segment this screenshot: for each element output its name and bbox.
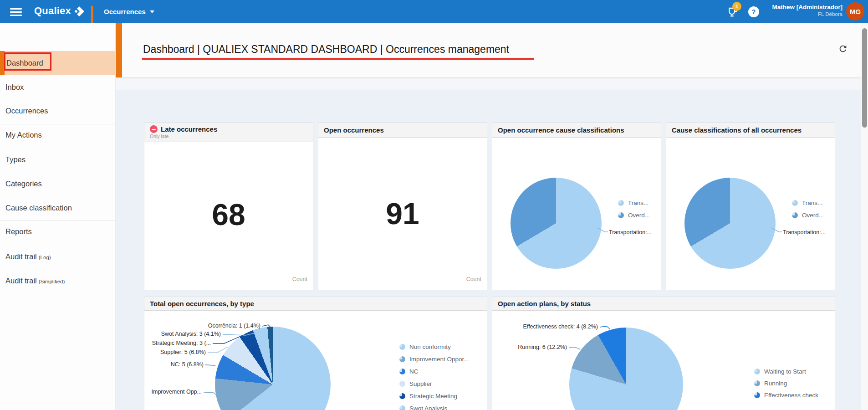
- card-title: Cause classifications of all occurrences: [672, 126, 802, 134]
- sidebar-divider: [0, 220, 115, 221]
- legend-item[interactable]: Non conformity: [399, 341, 469, 353]
- card-open-cause-classifications: Open occurrence cause classifications Tr…: [492, 122, 661, 290]
- module-selector[interactable]: Occurrences: [101, 7, 157, 16]
- metric-value: 68: [212, 197, 245, 232]
- legend-item[interactable]: Strategic Meeting: [399, 390, 469, 402]
- legend-label: Overd...: [802, 212, 824, 219]
- annotation-underline: [142, 58, 534, 60]
- vertical-scrollbar[interactable]: [861, 23, 868, 410]
- brand-logo: Qualiex: [34, 5, 85, 17]
- card-all-cause-classifications: Cause classifications of all occurrences…: [666, 122, 835, 290]
- chart-legend: Waiting to Start Running Effectiveness c…: [754, 365, 818, 401]
- pie-all-cause[interactable]: [684, 178, 776, 269]
- module-label: Occurrences: [104, 8, 146, 15]
- legend-item[interactable]: Overd...: [792, 209, 824, 221]
- sidebar-item-categories[interactable]: Categories: [0, 178, 115, 189]
- sidebar-item-cause-classification[interactable]: Cause classification: [0, 202, 115, 213]
- slice-callout: Effectiveness check: 4 (8.2%): [523, 323, 598, 330]
- card-open-occurrences-by-type: Total open occurrences, by type Ocorrênc…: [144, 297, 487, 410]
- legend-item[interactable]: Effectiveness check: [754, 389, 818, 401]
- card-title: Open occurrence cause classifications: [498, 126, 624, 134]
- pie-chart: Trans... Overd... Transportation:...: [666, 137, 835, 290]
- legend-pie-icon: [399, 344, 405, 350]
- legend-label: Effectiveness check: [764, 392, 818, 399]
- sidebar-item-reports[interactable]: Reports: [0, 226, 115, 237]
- unit-label: Count: [466, 276, 481, 282]
- sidebar-item-label: Dashboard: [6, 59, 43, 67]
- legend-label: Trans...: [802, 200, 822, 206]
- card-open-action-plans: Open action plans, by status Effectivene…: [492, 297, 835, 410]
- sidebar-item-label: Cause classification: [5, 204, 72, 212]
- legend-item[interactable]: Supplier: [399, 378, 469, 390]
- sidebar-item-dashboard[interactable]: Dashboard: [0, 51, 115, 75]
- legend-pie-icon: [618, 212, 624, 218]
- sidebar-item-suffix: (Log): [39, 255, 51, 260]
- legend-pie-icon: [754, 380, 760, 386]
- slice-callout: Improvement Opp...: [152, 389, 202, 395]
- pie-by-type[interactable]: [215, 327, 331, 410]
- help-button[interactable]: ?: [748, 6, 759, 17]
- pie-chart: Ocorrência: 1 (1.4%) Swot Analysis: 3 (4…: [144, 297, 487, 410]
- chevron-down-icon: [150, 10, 154, 13]
- chart-legend: Trans... Overd...: [792, 197, 824, 221]
- app-header: Qualiex Occurrences 1 ? Mathew [Adminis: [0, 0, 868, 23]
- refresh-button[interactable]: [836, 42, 850, 56]
- legend-item[interactable]: NC: [399, 365, 469, 378]
- user-context: FL Débora: [772, 11, 842, 17]
- notifications-button[interactable]: 1: [725, 5, 740, 20]
- header-accent-divider: [91, 6, 93, 23]
- card-title: Late occurrences: [161, 125, 217, 133]
- app-screen: Qualiex Occurrences 1 ? Mathew [Adminis: [0, 0, 868, 410]
- avatar-initials: MG: [850, 8, 861, 15]
- sidebar-item-audit-trail-simplified[interactable]: Audit trail (Simplified): [0, 275, 115, 286]
- sidebar-item-label: Reports: [5, 227, 32, 236]
- notification-badge: 1: [732, 2, 741, 11]
- pie-action-plans[interactable]: [569, 328, 683, 410]
- card-header: Cause classifications of all occurrences: [666, 123, 835, 138]
- sidebar-item-types[interactable]: Types: [0, 154, 115, 165]
- sidebar-item-my-actions[interactable]: My Actions: [0, 129, 115, 140]
- hamburger-icon: [10, 8, 22, 10]
- slice-callout: Running: 6 (12.2%): [518, 344, 567, 350]
- legend-item[interactable]: Trans...: [792, 197, 824, 209]
- sidebar-item-label: Audit trail: [5, 252, 37, 261]
- sidebar-item-audit-trail-log[interactable]: Audit trail (Log): [0, 251, 115, 262]
- legend-pie-icon: [399, 393, 405, 399]
- legend-item[interactable]: Trans...: [618, 197, 650, 209]
- sidebar-item-label: Types: [5, 155, 26, 164]
- active-item-accent-bar: [0, 51, 5, 75]
- legend-pie-icon: [618, 200, 624, 206]
- slice-callout: Transportation:...: [609, 229, 652, 236]
- sidebar-item-label: My Actions: [5, 131, 42, 139]
- legend-item[interactable]: Running: [754, 377, 818, 389]
- card-late-occurrences: Late occurrences Only late 68 Count: [144, 122, 313, 290]
- legend-item[interactable]: Overd...: [618, 209, 650, 221]
- sidebar-item-occurrences[interactable]: Occurrences: [0, 105, 115, 116]
- legend-pie-icon: [399, 405, 405, 410]
- metric-value: 91: [386, 196, 419, 231]
- legend-pie-icon: [792, 212, 798, 218]
- legend-item[interactable]: Waiting to Start: [754, 365, 818, 377]
- titlebar-accent-bar: [115, 23, 122, 77]
- question-mark-icon: ?: [752, 8, 756, 15]
- card-header: Open occurrence cause classifications: [492, 123, 661, 138]
- chart-legend: Trans... Overd...: [618, 197, 650, 221]
- legend-label: Waiting to Start: [764, 368, 806, 375]
- brand-name: Qualiex: [34, 5, 71, 17]
- legend-label: Non conformity: [409, 343, 451, 350]
- legend-label: Supplier: [409, 380, 432, 387]
- pie-open-cause[interactable]: [511, 178, 602, 269]
- legend-pie-icon: [399, 369, 405, 374]
- hamburger-menu-button[interactable]: [10, 6, 22, 16]
- legend-pie-icon: [399, 381, 405, 387]
- sidebar-item-inbox[interactable]: Inbox: [0, 82, 115, 92]
- legend-item[interactable]: Improvement Oppor...: [399, 353, 469, 365]
- avatar[interactable]: MG: [846, 2, 864, 20]
- scrollbar-thumb[interactable]: [862, 28, 867, 128]
- legend-label: Swot Analysis: [409, 405, 447, 410]
- legend-pie-icon: [792, 200, 798, 206]
- legend-label: Trans...: [628, 200, 648, 206]
- user-menu[interactable]: Mathew [Administrador] FL Débora: [772, 3, 842, 17]
- legend-item[interactable]: Swot Analysis: [399, 402, 469, 410]
- slice-callout: NC: 5 (6.8%): [171, 361, 204, 368]
